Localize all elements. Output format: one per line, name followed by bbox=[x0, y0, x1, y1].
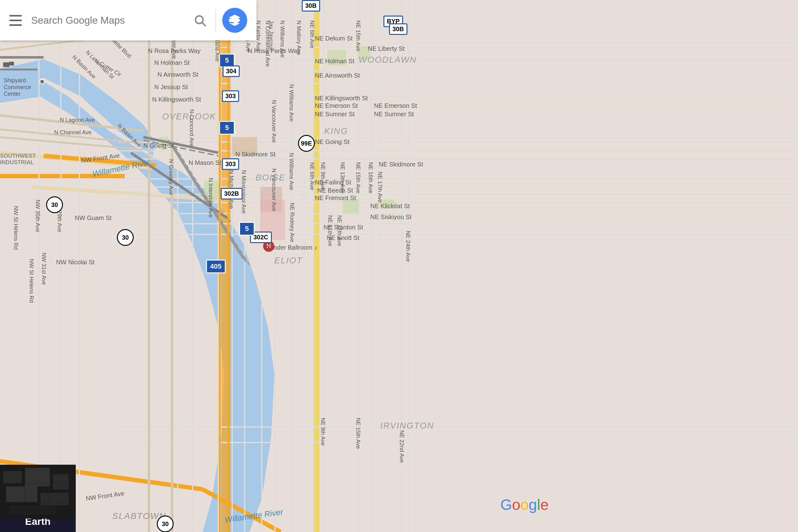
search-input[interactable] bbox=[31, 15, 184, 26]
svg-rect-84 bbox=[10, 505, 56, 515]
svg-rect-80 bbox=[25, 468, 50, 487]
svg-rect-74 bbox=[3, 62, 10, 67]
shield-302b: 302B bbox=[221, 188, 243, 200]
svg-rect-81 bbox=[53, 474, 69, 490]
shield-i5-s: 5 bbox=[239, 222, 255, 235]
svg-rect-55 bbox=[343, 200, 359, 213]
svg-rect-76 bbox=[0, 56, 44, 59]
search-divider bbox=[215, 10, 216, 31]
earth-thumbnail[interactable]: Earth bbox=[0, 465, 76, 532]
svg-text:H: H bbox=[267, 243, 271, 249]
google-logo: Google bbox=[500, 496, 549, 513]
shield-30b-ne: 30B bbox=[302, 0, 320, 12]
shield-303-n: 303 bbox=[222, 90, 239, 102]
shield-30-s: 30 bbox=[157, 515, 174, 532]
shield-303-s: 303 bbox=[222, 158, 239, 170]
search-bar bbox=[0, 0, 256, 40]
svg-rect-75 bbox=[10, 62, 14, 65]
search-button[interactable] bbox=[190, 11, 209, 30]
svg-rect-79 bbox=[3, 471, 22, 483]
shipyard-dot bbox=[40, 79, 44, 84]
hamburger-icon[interactable] bbox=[10, 13, 25, 28]
svg-rect-77 bbox=[0, 69, 37, 71]
shield-i5-mid: 5 bbox=[219, 121, 235, 135]
svg-line-90 bbox=[202, 23, 205, 26]
svg-rect-54 bbox=[358, 46, 370, 59]
shield-30-mid: 30 bbox=[117, 229, 134, 246]
svg-rect-82 bbox=[6, 487, 37, 502]
shield-30b-ne2: 30B bbox=[389, 23, 407, 35]
shield-30-w: 30 bbox=[46, 196, 63, 213]
search-input-wrapper bbox=[31, 15, 184, 26]
svg-rect-56 bbox=[380, 200, 394, 209]
directions-button[interactable] bbox=[222, 8, 247, 33]
shield-405: 405 bbox=[206, 260, 226, 273]
svg-rect-4 bbox=[313, 0, 320, 532]
svg-rect-70 bbox=[228, 0, 229, 532]
svg-rect-83 bbox=[40, 493, 69, 505]
svg-rect-0 bbox=[0, 0, 798, 532]
svg-rect-57 bbox=[232, 137, 257, 156]
shield-304: 304 bbox=[223, 65, 240, 77]
shield-99e: 99E bbox=[298, 135, 315, 152]
map-container: H ARBOR LODGE OVERLOOK BOISE KING WOODLA… bbox=[0, 0, 798, 532]
svg-rect-51 bbox=[159, 137, 168, 150]
svg-rect-53 bbox=[327, 50, 346, 65]
map-svg: H bbox=[0, 0, 798, 532]
